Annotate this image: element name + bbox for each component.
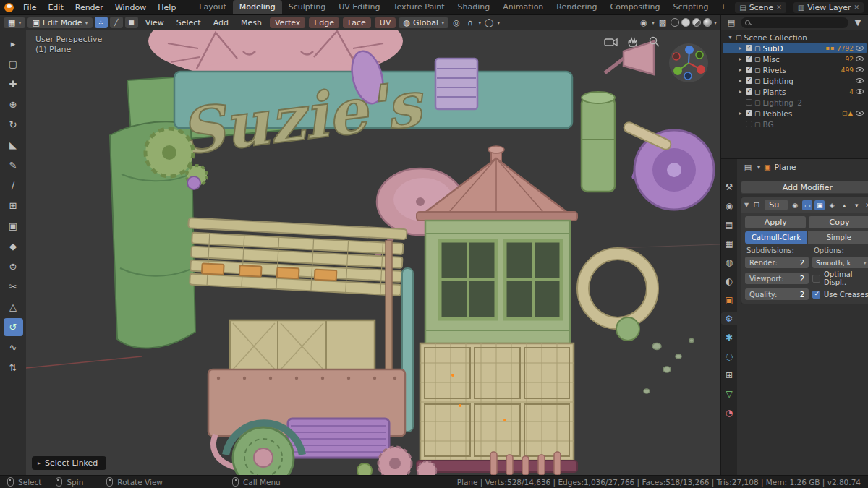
tab-particles[interactable]: ✱ bbox=[721, 331, 737, 343]
tab-object-data[interactable]: ▽ bbox=[721, 388, 737, 400]
modifier-editmode-toggle-icon[interactable]: ▣ bbox=[814, 200, 825, 210]
add-modifier-button[interactable]: Add Modifier bbox=[741, 181, 868, 194]
move-modifier-down-icon[interactable]: ▾ bbox=[851, 200, 861, 210]
show-gizmo-icon[interactable]: ◉ bbox=[638, 18, 650, 27]
vertex-select-mode-button[interactable]: ∴ bbox=[95, 17, 108, 28]
tab-material[interactable]: ◔ bbox=[721, 406, 737, 419]
outliner-search-input[interactable] bbox=[741, 17, 848, 28]
menu-help[interactable]: Help bbox=[153, 1, 181, 14]
menu-face[interactable]: Face bbox=[343, 17, 371, 28]
outliner-row-rivets[interactable]: ▸ ▢ Rivets 499 bbox=[723, 64, 867, 75]
modifier-realtime-toggle-icon[interactable]: ▭ bbox=[802, 200, 812, 210]
panel-expand-icon[interactable]: ▼ bbox=[744, 202, 749, 208]
use-creases-checkbox[interactable] bbox=[812, 291, 820, 299]
knife-tool[interactable]: ✂ bbox=[4, 278, 23, 296]
modifier-render-toggle-icon[interactable]: ◉ bbox=[790, 200, 800, 210]
navigation-gizmo[interactable] bbox=[669, 43, 708, 82]
tab-compositing[interactable]: Compositing bbox=[604, 0, 667, 14]
tab-texture-paint[interactable]: Texture Paint bbox=[387, 0, 451, 14]
viewport-subdivisions-field[interactable]: Viewport: 2 bbox=[745, 273, 809, 284]
face-select-mode-button[interactable]: ■ bbox=[125, 17, 138, 28]
collection-name[interactable]: Scene Collection bbox=[744, 33, 864, 42]
shading-solid-button[interactable] bbox=[681, 18, 690, 27]
tab-animation[interactable]: Animation bbox=[496, 0, 550, 14]
transform-orientation-dropdown[interactable]: ◍ Global ▾ bbox=[399, 17, 448, 28]
expand-arrow-icon[interactable]: ▸ bbox=[737, 67, 744, 73]
tab-constraints[interactable]: ⊞ bbox=[721, 369, 737, 381]
shading-wireframe-button[interactable] bbox=[671, 18, 679, 27]
collection-checkbox[interactable] bbox=[746, 110, 752, 116]
cursor-tool[interactable]: ✚ bbox=[4, 75, 23, 93]
render-subdivisions-field[interactable]: Render: 2 bbox=[745, 257, 809, 268]
menu-vertex[interactable]: Vertex bbox=[270, 17, 305, 28]
catmull-clark-button[interactable]: Catmull-Clark bbox=[745, 231, 807, 244]
outliner-row-scene-collection[interactable]: ▾ ▢ Scene Collection bbox=[723, 32, 867, 43]
menu-view[interactable]: View bbox=[140, 17, 169, 28]
simple-button[interactable]: Simple bbox=[808, 231, 868, 244]
collection-name[interactable]: Lighting bbox=[763, 77, 854, 85]
collection-checkbox[interactable] bbox=[746, 99, 752, 106]
tab-uv-editing[interactable]: UV Editing bbox=[332, 0, 386, 14]
menu-add[interactable]: Add bbox=[208, 17, 234, 28]
tab-modeling[interactable]: Modeling bbox=[233, 0, 282, 14]
tab-modifiers[interactable]: ⚙ bbox=[721, 312, 737, 325]
bevel-tool[interactable]: ◆ bbox=[4, 237, 23, 255]
move-tool[interactable]: ⊕ bbox=[4, 95, 23, 114]
collection-checkbox[interactable] bbox=[746, 45, 752, 51]
rotate-tool[interactable]: ↻ bbox=[4, 116, 23, 134]
apply-button[interactable]: Apply bbox=[745, 216, 806, 228]
shading-rendered-button[interactable] bbox=[703, 18, 712, 27]
snap-dropdown-icon[interactable]: ▾ bbox=[478, 20, 481, 26]
tab-object[interactable]: ▣ bbox=[721, 294, 737, 306]
select-box-tool[interactable]: ▢ bbox=[4, 55, 23, 73]
viewport-canvas[interactable]: Suzie's bbox=[26, 30, 720, 475]
menu-uv[interactable]: UV bbox=[375, 17, 396, 28]
collection-checkbox[interactable] bbox=[746, 121, 752, 127]
collection-name[interactable]: SubD bbox=[763, 44, 824, 53]
tab-layout[interactable]: Layout bbox=[192, 0, 232, 14]
delete-modifier-icon[interactable]: ✕ bbox=[865, 202, 868, 209]
tab-output[interactable]: ▤ bbox=[721, 218, 737, 231]
outliner-row-lighting[interactable]: ▸ ▢ Lighting bbox=[723, 75, 867, 86]
shading-material-button[interactable] bbox=[692, 18, 701, 27]
outliner-editor-icon[interactable]: ▤ bbox=[726, 18, 737, 27]
collection-name[interactable]: Misc bbox=[763, 55, 843, 64]
edge-slide-tool[interactable]: ⇅ bbox=[4, 359, 23, 377]
expand-arrow-icon[interactable]: ▸ bbox=[737, 45, 744, 51]
view-layer-selector[interactable]: ▥ View Layer ✕ bbox=[793, 2, 864, 13]
outliner-row-pebbles[interactable]: ▸ ▢ Pebbles ▢▲ bbox=[723, 108, 867, 119]
collection-checkbox[interactable] bbox=[746, 88, 752, 95]
menu-file[interactable]: File bbox=[18, 1, 41, 14]
modifier-cage-toggle-icon[interactable]: ◈ bbox=[827, 200, 837, 210]
spin-tool[interactable]: ↺ bbox=[4, 318, 23, 336]
outliner-row-subd[interactable]: ▸ ▢ SubD ▪▪ 7792 bbox=[723, 43, 867, 53]
annotate-tool[interactable]: ✎ bbox=[4, 156, 23, 174]
tab-view-layer[interactable]: ▦ bbox=[721, 237, 737, 249]
expand-arrow-icon[interactable]: ▸ bbox=[737, 77, 744, 84]
collection-name[interactable]: Lighting_2 bbox=[763, 98, 864, 107]
copy-button[interactable]: Copy bbox=[809, 216, 868, 228]
expand-arrow-icon[interactable]: ▸ bbox=[737, 88, 744, 95]
proportional-editing-icon[interactable]: ◯ bbox=[483, 18, 495, 27]
proportional-dropdown-icon[interactable]: ▾ bbox=[497, 20, 500, 26]
expand-arrow-icon[interactable]: ▸ bbox=[737, 56, 744, 62]
outliner-row-plants[interactable]: ▸ ▢ Plants 4 bbox=[723, 86, 867, 97]
xray-toggle-icon[interactable]: ▩ bbox=[657, 18, 668, 27]
collapse-arrow-icon[interactable]: ▾ bbox=[727, 34, 733, 40]
collection-checkbox[interactable] bbox=[746, 67, 752, 73]
inset-faces-tool[interactable]: ▣ bbox=[4, 217, 23, 235]
loop-cut-tool[interactable]: ⊜ bbox=[4, 257, 23, 275]
outliner-row-bg[interactable]: ▢ BG bbox=[723, 119, 867, 129]
menu-select[interactable]: Select bbox=[171, 17, 206, 28]
menu-edge[interactable]: Edge bbox=[309, 17, 339, 28]
menu-mesh[interactable]: Mesh bbox=[236, 17, 267, 28]
tab-active-tool[interactable]: ⚒ bbox=[721, 181, 737, 193]
tab-scripting[interactable]: Scripting bbox=[666, 0, 715, 14]
tab-rendering[interactable]: Rendering bbox=[550, 0, 603, 14]
tab-world[interactable]: ◐ bbox=[721, 275, 737, 287]
tab-scene[interactable]: ◍ bbox=[721, 256, 737, 268]
remove-view-layer-icon[interactable]: ✕ bbox=[854, 4, 859, 11]
optimal-display-checkbox[interactable] bbox=[812, 275, 820, 283]
tab-physics[interactable]: ◌ bbox=[721, 350, 737, 362]
poly-build-tool[interactable]: △ bbox=[4, 298, 23, 316]
